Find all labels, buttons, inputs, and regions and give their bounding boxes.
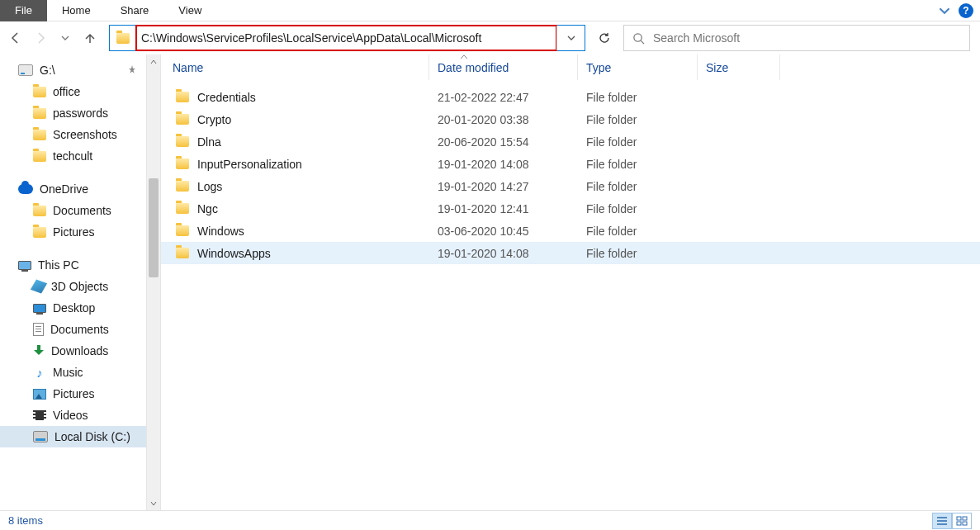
file-date: 19-01-2020 14:08 [429,247,578,260]
sidebar-label: Videos [53,409,88,422]
address-history-dropdown[interactable] [556,26,585,50]
file-row[interactable]: InputPersonalization19-01-2020 14:08File… [161,153,980,175]
folder-icon [176,181,189,192]
sidebar-item-music[interactable]: ♪ Music [0,362,160,383]
sidebar-label: 3D Objects [51,280,108,293]
sidebar-label: G:\ [40,64,55,77]
file-row[interactable]: Windows03-06-2020 10:45File folder [161,220,980,242]
help-icon[interactable]: ? [959,3,973,18]
sidebar-item-thispc[interactable]: This PC [0,254,160,276]
sidebar-item-onedrive-pictures[interactable]: Pictures [0,221,160,243]
file-name: Dlna [197,135,221,149]
video-icon [33,410,46,420]
sidebar-item-3dobjects[interactable]: 3D Objects [0,276,160,297]
sidebar-item-office[interactable]: office [0,81,160,102]
folder-icon [176,92,189,102]
file-name: Logs [197,180,222,193]
sidebar-item-drive-g[interactable]: G:\ [0,59,160,81]
folder-icon [176,248,189,258]
tab-view[interactable]: View [163,0,216,21]
sidebar-item-desktop[interactable]: Desktop [0,297,160,319]
column-headers: Name Date modified Type Size [161,54,980,81]
folder-icon [33,151,46,162]
address-path[interactable]: C:\Windows\ServiceProfiles\LocalService\… [136,26,556,50]
column-header-name[interactable]: Name [161,54,429,80]
sidebar-label: Downloads [51,344,108,357]
scroll-up-icon[interactable] [147,54,160,69]
image-icon [33,389,46,400]
view-largeicons-button[interactable] [952,513,972,529]
sidebar-item-pictures[interactable]: Pictures [0,383,160,405]
file-name: Credentials [197,91,256,104]
sidebar-label: Local Disk (C:) [54,430,130,443]
file-date: 19-01-2020 14:27 [429,180,578,193]
status-bar: 8 items [0,510,980,530]
back-button[interactable] [8,31,23,45]
sidebar-label: This PC [38,258,79,272]
file-name: InputPersonalization [197,158,302,171]
sidebar-item-screenshots[interactable]: Screenshots [0,124,160,145]
recent-locations-dropdown[interactable] [58,31,73,45]
sidebar-label: OneDrive [40,182,88,196]
file-row[interactable]: WindowsApps19-01-2020 14:08File folder [161,242,980,264]
folder-icon [116,33,130,44]
document-icon [33,323,44,336]
file-type: File folder [578,225,698,238]
sidebar-label: Documents [50,323,109,336]
file-name: WindowsApps [197,247,271,260]
scroll-down-icon[interactable] [147,496,160,510]
sidebar-item-onedrive-documents[interactable]: Documents [0,200,160,221]
refresh-button[interactable] [590,25,618,51]
sidebar-label: passwords [53,106,108,120]
sidebar-item-downloads[interactable]: Downloads [0,340,160,362]
sidebar-item-documents[interactable]: Documents [0,319,160,340]
column-header-size[interactable]: Size [698,54,780,80]
file-date: 19-01-2020 14:08 [429,158,578,171]
sidebar-item-onedrive[interactable]: OneDrive [0,178,160,200]
sidebar-item-videos[interactable]: Videos [0,405,160,426]
file-name: Ngc [197,202,218,215]
folder-icon [33,87,46,97]
forward-button[interactable] [33,31,48,45]
address-bar[interactable]: C:\Windows\ServiceProfiles\LocalService\… [109,25,585,51]
drive-icon [18,64,33,76]
sidebar-scrollbar[interactable] [146,54,160,510]
sidebar-label: Pictures [53,387,95,400]
pc-icon [18,261,31,270]
sidebar-label: Documents [53,204,111,217]
tab-home[interactable]: Home [47,0,106,21]
svg-rect-2 [963,517,967,520]
sidebar-label: Desktop [53,301,95,315]
file-row[interactable]: Logs19-01-2020 14:27File folder [161,175,980,197]
up-button[interactable] [83,31,97,45]
sidebar-item-localdisk-c[interactable]: Local Disk (C:) [0,426,160,447]
cube-icon [31,279,47,293]
sidebar-label: Screenshots [53,128,117,141]
view-details-button[interactable] [932,513,952,529]
sidebar-label: techcult [53,149,92,163]
sidebar-item-techcult[interactable]: techcult [0,145,160,167]
file-date: 03-06-2020 10:45 [429,225,578,238]
sidebar-item-passwords[interactable]: passwords [0,102,160,124]
file-row[interactable]: Dlna20-06-2020 15:54File folder [161,130,980,153]
ribbon-tabs: File Home Share View ? [0,0,980,21]
sidebar-label: Music [53,366,83,379]
search-icon [632,32,645,45]
file-row[interactable]: Ngc19-01-2020 12:41File folder [161,197,980,220]
file-type: File folder [578,202,698,215]
sidebar-label: office [53,85,80,98]
file-name: Crypto [197,113,231,126]
tab-share[interactable]: Share [106,0,164,21]
collapse-ribbon-icon[interactable] [939,5,950,17]
search-box[interactable] [623,25,970,51]
sort-indicator-icon [460,54,468,60]
file-row[interactable]: Credentials21-02-2022 22:47File folder [161,86,980,108]
search-input[interactable] [653,31,961,45]
scroll-thumb[interactable] [149,178,159,277]
column-header-date[interactable]: Date modified [429,54,578,80]
tab-file[interactable]: File [0,0,47,21]
file-row[interactable]: Crypto20-01-2020 03:38File folder [161,108,980,130]
column-header-type[interactable]: Type [578,54,698,80]
file-type: File folder [578,247,698,260]
file-date: 21-02-2022 22:47 [429,91,578,104]
